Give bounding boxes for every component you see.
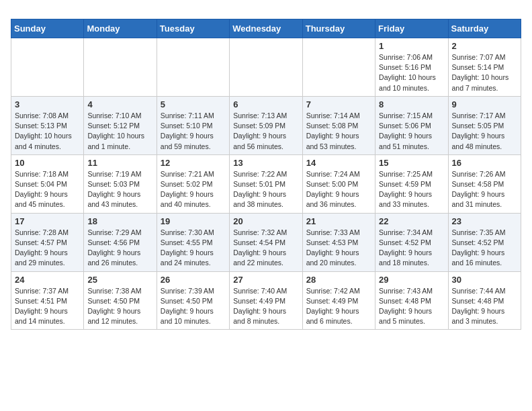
day-info: Sunrise: 7:44 AMSunset: 4:48 PMDaylight:…: [452, 286, 517, 327]
day-info: Sunrise: 7:06 AMSunset: 5:16 PMDaylight:…: [379, 52, 444, 93]
day-number: 6: [233, 99, 298, 109]
day-info: Sunrise: 7:39 AMSunset: 4:50 PMDaylight:…: [161, 286, 226, 327]
day-number: 3: [15, 99, 80, 109]
day-number: 10: [15, 158, 80, 168]
calendar-cell: 27Sunrise: 7:40 AMSunset: 4:49 PMDayligh…: [230, 271, 302, 330]
calendar-week-row: 17Sunrise: 7:28 AMSunset: 4:57 PMDayligh…: [11, 213, 521, 271]
day-info: Sunrise: 7:43 AMSunset: 4:48 PMDaylight:…: [379, 286, 444, 327]
day-number: 1: [379, 41, 444, 51]
calendar-cell: 25Sunrise: 7:38 AMSunset: 4:50 PMDayligh…: [84, 271, 157, 330]
day-info: Sunrise: 7:22 AMSunset: 5:01 PMDaylight:…: [233, 169, 298, 210]
day-info: Sunrise: 7:26 AMSunset: 4:58 PMDaylight:…: [452, 169, 517, 210]
day-number: 15: [379, 158, 444, 168]
calendar-cell: [230, 38, 302, 97]
calendar-cell: 9Sunrise: 7:17 AMSunset: 5:05 PMDaylight…: [448, 96, 521, 154]
day-info: Sunrise: 7:07 AMSunset: 5:14 PMDaylight:…: [452, 52, 517, 93]
day-number: 5: [161, 99, 226, 109]
day-info: Sunrise: 7:14 AMSunset: 5:08 PMDaylight:…: [306, 111, 371, 152]
calendar-cell: 10Sunrise: 7:18 AMSunset: 5:04 PMDayligh…: [11, 154, 84, 213]
calendar-cell: 28Sunrise: 7:42 AMSunset: 4:49 PMDayligh…: [302, 271, 375, 330]
calendar-cell: 8Sunrise: 7:15 AMSunset: 5:06 PMDaylight…: [375, 96, 448, 154]
calendar-cell: 13Sunrise: 7:22 AMSunset: 5:01 PMDayligh…: [230, 154, 302, 213]
calendar-cell: 26Sunrise: 7:39 AMSunset: 4:50 PMDayligh…: [157, 271, 229, 330]
calendar-cell: 15Sunrise: 7:25 AMSunset: 4:59 PMDayligh…: [375, 154, 448, 213]
calendar-cell: 17Sunrise: 7:28 AMSunset: 4:57 PMDayligh…: [11, 213, 84, 271]
day-number: 14: [306, 158, 371, 168]
day-number: 18: [87, 216, 152, 226]
day-number: 17: [15, 216, 80, 226]
day-number: 11: [87, 158, 152, 168]
day-number: 13: [233, 158, 298, 168]
calendar-cell: 20Sunrise: 7:32 AMSunset: 4:54 PMDayligh…: [230, 213, 302, 271]
day-number: 28: [306, 275, 371, 285]
day-number: 24: [15, 275, 80, 285]
day-number: 29: [379, 275, 444, 285]
calendar-cell: 5Sunrise: 7:11 AMSunset: 5:10 PMDaylight…: [157, 96, 229, 154]
calendar-cell: 21Sunrise: 7:33 AMSunset: 4:53 PMDayligh…: [302, 213, 375, 271]
calendar-cell: 14Sunrise: 7:24 AMSunset: 5:00 PMDayligh…: [302, 154, 375, 213]
calendar-cell: 16Sunrise: 7:26 AMSunset: 4:58 PMDayligh…: [448, 154, 521, 213]
calendar-cell: [84, 38, 157, 97]
calendar-week-row: 10Sunrise: 7:18 AMSunset: 5:04 PMDayligh…: [11, 154, 521, 213]
day-info: Sunrise: 7:42 AMSunset: 4:49 PMDaylight:…: [306, 286, 371, 327]
day-info: Sunrise: 7:29 AMSunset: 4:56 PMDaylight:…: [87, 228, 152, 269]
day-info: Sunrise: 7:19 AMSunset: 5:03 PMDaylight:…: [87, 169, 152, 210]
day-info: Sunrise: 7:38 AMSunset: 4:50 PMDaylight:…: [87, 286, 152, 327]
day-info: Sunrise: 7:33 AMSunset: 4:53 PMDaylight:…: [306, 228, 371, 269]
calendar-cell: 6Sunrise: 7:13 AMSunset: 5:09 PMDaylight…: [230, 96, 302, 154]
day-info: Sunrise: 7:10 AMSunset: 5:12 PMDaylight:…: [87, 111, 152, 152]
day-info: Sunrise: 7:34 AMSunset: 4:52 PMDaylight:…: [379, 228, 444, 269]
day-number: 4: [87, 99, 152, 109]
day-info: Sunrise: 7:35 AMSunset: 4:52 PMDaylight:…: [452, 228, 517, 269]
calendar-cell: 4Sunrise: 7:10 AMSunset: 5:12 PMDaylight…: [84, 96, 157, 154]
day-number: 2: [452, 41, 517, 51]
day-info: Sunrise: 7:32 AMSunset: 4:54 PMDaylight:…: [233, 228, 298, 269]
calendar-table: SundayMondayTuesdayWednesdayThursdayFrid…: [11, 19, 521, 330]
calendar-cell: 30Sunrise: 7:44 AMSunset: 4:48 PMDayligh…: [448, 271, 521, 330]
day-info: Sunrise: 7:40 AMSunset: 4:49 PMDaylight:…: [233, 286, 298, 327]
day-info: Sunrise: 7:37 AMSunset: 4:51 PMDaylight:…: [15, 286, 80, 327]
calendar-cell: 12Sunrise: 7:21 AMSunset: 5:02 PMDayligh…: [157, 154, 229, 213]
calendar-cell: 11Sunrise: 7:19 AMSunset: 5:03 PMDayligh…: [84, 154, 157, 213]
day-info: Sunrise: 7:21 AMSunset: 5:02 PMDaylight:…: [161, 169, 226, 210]
calendar-week-row: 3Sunrise: 7:08 AMSunset: 5:13 PMDaylight…: [11, 96, 521, 154]
day-number: 30: [452, 275, 517, 285]
calendar-header-row: SundayMondayTuesdayWednesdayThursdayFrid…: [11, 19, 521, 38]
day-number: 9: [452, 99, 517, 109]
day-number: 22: [379, 216, 444, 226]
calendar-cell: [157, 38, 229, 97]
day-info: Sunrise: 7:18 AMSunset: 5:04 PMDaylight:…: [15, 169, 80, 210]
day-info: Sunrise: 7:25 AMSunset: 4:59 PMDaylight:…: [379, 169, 444, 210]
day-number: 25: [87, 275, 152, 285]
calendar-day-header: Thursday: [302, 19, 375, 38]
day-number: 23: [452, 216, 517, 226]
calendar-cell: 29Sunrise: 7:43 AMSunset: 4:48 PMDayligh…: [375, 271, 448, 330]
day-info: Sunrise: 7:17 AMSunset: 5:05 PMDaylight:…: [452, 111, 517, 152]
calendar-day-header: Tuesday: [157, 19, 229, 38]
calendar-cell: [11, 38, 84, 97]
day-info: Sunrise: 7:15 AMSunset: 5:06 PMDaylight:…: [379, 111, 444, 152]
day-number: 16: [452, 158, 517, 168]
day-info: Sunrise: 7:24 AMSunset: 5:00 PMDaylight:…: [306, 169, 371, 210]
calendar-cell: 18Sunrise: 7:29 AMSunset: 4:56 PMDayligh…: [84, 213, 157, 271]
calendar-week-row: 1Sunrise: 7:06 AMSunset: 5:16 PMDaylight…: [11, 38, 521, 97]
day-info: Sunrise: 7:30 AMSunset: 4:55 PMDaylight:…: [161, 228, 226, 269]
day-number: 27: [233, 275, 298, 285]
calendar-week-row: 24Sunrise: 7:37 AMSunset: 4:51 PMDayligh…: [11, 271, 521, 330]
day-info: Sunrise: 7:11 AMSunset: 5:10 PMDaylight:…: [161, 111, 226, 152]
calendar-cell: 23Sunrise: 7:35 AMSunset: 4:52 PMDayligh…: [448, 213, 521, 271]
calendar-day-header: Saturday: [448, 19, 521, 38]
day-number: 8: [379, 99, 444, 109]
day-number: 12: [161, 158, 226, 168]
calendar-day-header: Wednesday: [230, 19, 302, 38]
calendar-cell: 1Sunrise: 7:06 AMSunset: 5:16 PMDaylight…: [375, 38, 448, 97]
calendar-day-header: Monday: [84, 19, 157, 38]
day-info: Sunrise: 7:08 AMSunset: 5:13 PMDaylight:…: [15, 111, 80, 152]
day-number: 7: [306, 99, 371, 109]
calendar-cell: 22Sunrise: 7:34 AMSunset: 4:52 PMDayligh…: [375, 213, 448, 271]
day-info: Sunrise: 7:13 AMSunset: 5:09 PMDaylight:…: [233, 111, 298, 152]
day-number: 21: [306, 216, 371, 226]
calendar-cell: 2Sunrise: 7:07 AMSunset: 5:14 PMDaylight…: [448, 38, 521, 97]
calendar-cell: 19Sunrise: 7:30 AMSunset: 4:55 PMDayligh…: [157, 213, 229, 271]
day-info: Sunrise: 7:28 AMSunset: 4:57 PMDaylight:…: [15, 228, 80, 269]
